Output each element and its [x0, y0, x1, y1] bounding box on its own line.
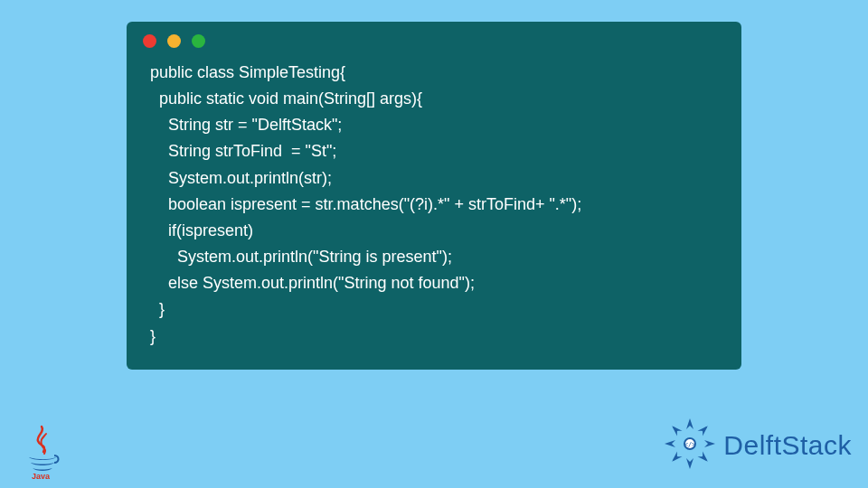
java-logo-icon: Java: [20, 425, 61, 481]
svg-text:Java: Java: [32, 472, 51, 481]
code-window: public class SimpleTesting{ public stati…: [127, 22, 741, 370]
svg-text:</>: </>: [684, 441, 696, 448]
traffic-light-close-icon: [143, 34, 156, 48]
brand-name: DelftStack: [723, 430, 852, 461]
traffic-light-minimize-icon: [167, 34, 181, 48]
delftstack-brand: </> DelftStack: [662, 416, 852, 475]
delftstack-logo-icon: </>: [662, 416, 718, 475]
traffic-light-zoom-icon: [192, 34, 205, 48]
window-title-bar: [127, 22, 741, 60]
code-block: public class SimpleTesting{ public stati…: [127, 60, 741, 350]
